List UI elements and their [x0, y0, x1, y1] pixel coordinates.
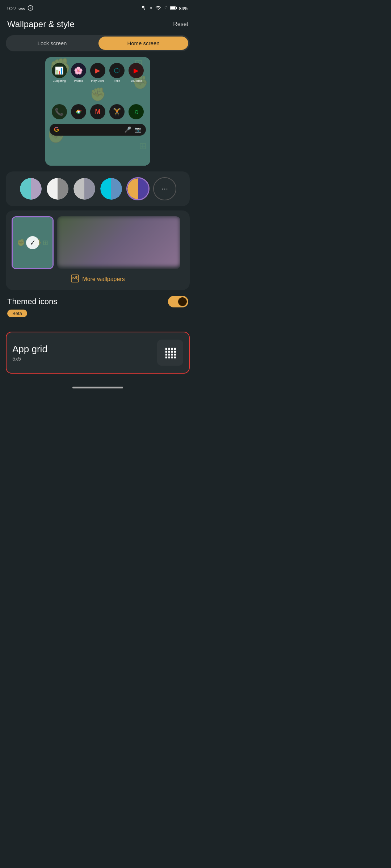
svg-rect-15 [174, 351, 176, 353]
tab-lock-screen[interactable]: Lock screen [7, 37, 97, 50]
search-bar[interactable]: G 🎤 📷 [50, 124, 146, 136]
svg-rect-2 [176, 7, 177, 9]
search-actions: 🎤 📷 [124, 126, 142, 133]
signal-icon [163, 5, 168, 12]
app-fitbit: ⬡ Fitbit [109, 63, 125, 82]
status-left: 9:27 ∞∞ [7, 5, 33, 12]
svg-point-5 [77, 111, 80, 113]
svg-rect-10 [171, 348, 173, 350]
app-phone: 📞 [52, 104, 67, 119]
app-grid-title: App grid [12, 344, 157, 355]
app-label-youtube: YouTube [131, 79, 142, 82]
google-logo: G [54, 126, 59, 133]
app-grid-info: App grid 5x5 [12, 344, 157, 362]
color-palette-section: ··· [6, 171, 190, 206]
wallpaper-current[interactable]: ✊⊞✊⊞ ✓ [12, 216, 54, 269]
themed-icons-row: Themed icons [7, 296, 188, 307]
app-row-1: 📊 Budgeting 🌸 Photos ▶ Play Store ⬡ [50, 63, 146, 82]
app-gmail: M [90, 104, 105, 119]
app-label-fitbit: Fitbit [114, 79, 120, 82]
themed-icons-toggle[interactable] [168, 296, 188, 307]
app-grid-subtitle: 5x5 [12, 356, 157, 362]
palette-row: ··· [12, 177, 184, 200]
app-photos: 🌸 Photos [71, 63, 86, 82]
mid-fist-decoration: ✊ [50, 87, 146, 102]
svg-rect-9 [168, 348, 170, 350]
tab-home-screen[interactable]: Home screen [98, 37, 188, 50]
app-youtube: ▶ YouTube [129, 63, 144, 82]
app-chrome [71, 104, 86, 119]
lens-icon[interactable]: 📷 [134, 126, 142, 133]
wallpaper-selected-check: ✓ [26, 236, 39, 249]
nav-pill [72, 387, 123, 388]
header: Wallpaper & style Reset [0, 15, 196, 35]
themed-icons-section: Themed icons Beta [6, 296, 190, 317]
more-wallpapers-button[interactable]: More wallpapers [12, 274, 184, 284]
tab-bar: Lock screen Home screen [6, 35, 190, 51]
bottom-nav-bar [0, 379, 196, 394]
svg-point-7 [76, 276, 77, 278]
palette-cyan-blue[interactable] [100, 177, 123, 200]
reset-button[interactable]: Reset [173, 21, 188, 27]
svg-rect-11 [174, 348, 176, 350]
status-bar: 9:27 ∞∞ 84% [0, 0, 196, 15]
app-grid-icon [157, 340, 183, 366]
svg-rect-17 [168, 354, 170, 356]
checkmark-icon [28, 5, 33, 12]
app-playstore: ▶ Play Store [90, 63, 105, 82]
palette-teal-white[interactable] [19, 177, 42, 200]
app-row-2: 📞 M 🏋 ♫ [50, 104, 146, 119]
svg-rect-23 [174, 357, 176, 358]
wallpaper-section: ✊⊞✊⊞ ✓ More wallpapers [6, 210, 190, 290]
app-fitness: 🏋 [109, 104, 125, 119]
svg-rect-8 [165, 348, 167, 350]
voicemail-icon: ∞∞ [18, 6, 25, 11]
toggle-knob [178, 297, 187, 306]
app-grid-section[interactable]: App grid 5x5 [6, 332, 190, 374]
svg-rect-18 [171, 354, 173, 356]
mic-icon[interactable]: 🎤 [124, 126, 131, 133]
more-dots-icon: ··· [161, 184, 168, 193]
svg-rect-16 [165, 354, 167, 356]
app-label-photos: Photos [74, 79, 83, 82]
status-right: 84% [142, 5, 188, 12]
svg-rect-13 [168, 351, 170, 353]
palette-white-gray[interactable] [46, 177, 69, 200]
palette-amber-purple[interactable] [126, 177, 150, 200]
time: 9:27 [7, 6, 16, 11]
home-screen-preview: ✊ ⊞ ✊ ✊ ⊞ 📊 Budgeting 🌸 Photos ▶ [45, 57, 150, 166]
themed-icons-title: Themed icons [7, 297, 57, 306]
svg-rect-3 [170, 7, 175, 9]
page-title: Wallpaper & style [7, 19, 75, 29]
app-label-playstore: Play Store [91, 79, 105, 82]
wallpaper-blurred[interactable] [57, 216, 180, 269]
svg-rect-19 [174, 354, 176, 356]
battery-percent: 84% [179, 6, 188, 11]
svg-rect-20 [165, 357, 167, 358]
palette-more-button[interactable]: ··· [153, 177, 176, 200]
svg-rect-12 [165, 351, 167, 353]
spacer [0, 323, 196, 329]
palette-gray[interactable] [73, 177, 96, 200]
svg-rect-14 [171, 351, 173, 353]
more-wallpapers-icon [71, 274, 79, 284]
bluetooth-icon [148, 5, 154, 12]
svg-rect-21 [168, 357, 170, 358]
more-wallpapers-label: More wallpapers [82, 276, 125, 282]
battery-icon [170, 6, 177, 11]
beta-badge: Beta [7, 310, 27, 317]
key-icon [142, 5, 147, 12]
svg-rect-22 [171, 357, 173, 358]
wifi-icon [155, 5, 161, 12]
beta-badge-container: Beta [7, 310, 188, 317]
app-spotify: ♫ [129, 104, 144, 119]
app-label-budgeting: Budgeting [53, 79, 66, 82]
app-budgeting: 📊 Budgeting [52, 63, 67, 82]
wallpaper-row: ✊⊞✊⊞ ✓ [12, 216, 184, 269]
